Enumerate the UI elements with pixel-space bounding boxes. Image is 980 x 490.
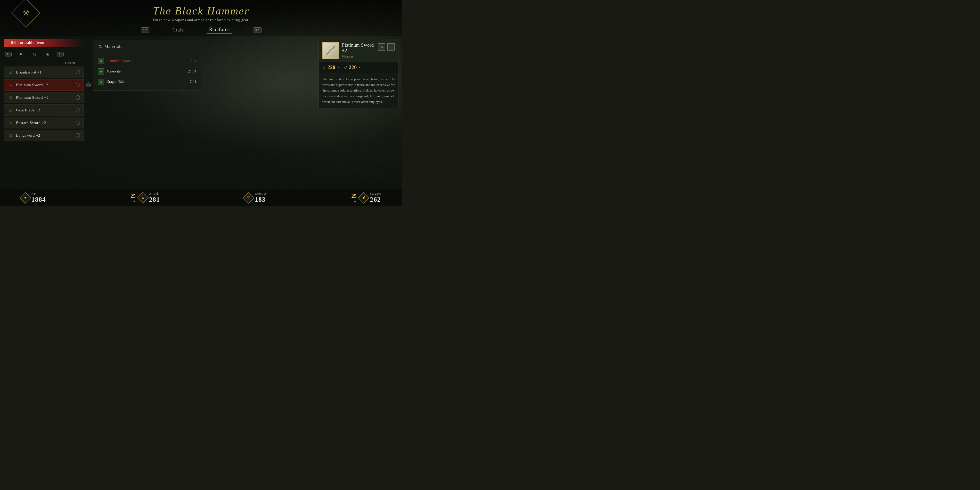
divider (309, 192, 309, 203)
attack-stat: ⚔ 220 ▲ (322, 64, 340, 70)
materials-title: Materials (105, 45, 122, 49)
material-count: 24 / 4 (188, 69, 196, 73)
hp-values: HP 1884 (32, 192, 46, 204)
r1-button[interactable]: R1 (57, 52, 64, 56)
magic-value: 220 (349, 64, 357, 70)
list-item[interactable]: ⚔ Platinum Sword +2 ☞ R (4, 79, 84, 91)
material-row: ⚔ Platinum Sword +1 0 / 1 (98, 56, 196, 66)
divider (88, 192, 88, 203)
attack-icon: ⚔ (141, 196, 145, 200)
nav-tabs: L2 Craft Reinforce R2 (0, 26, 402, 36)
owned-indicator (76, 133, 80, 137)
category-rings[interactable]: ◎ (30, 50, 38, 58)
material-row: ◈ Meteorite 24 / 4 (98, 66, 196, 76)
page-title: The Black Hammer (0, 5, 402, 17)
item-name: Gaia Blade +2 (16, 108, 73, 113)
item-name: Platinum Sword +2 (16, 83, 73, 87)
item-icon: ⚔ (8, 132, 13, 138)
main-content: › Reinforceable Items L1 ⚔ ◎ ◈ R1 Owned … (0, 36, 402, 206)
attack-bonus: 25 (130, 193, 136, 199)
attack-diamond: ⚔ (137, 192, 148, 204)
tab-reinforce[interactable]: Reinforce (207, 26, 232, 34)
stats-row: ⚔ 220 ▲ ↺ 220 ▲ (319, 62, 398, 73)
item-list: ⚔ Broadsword +1 ⚔ Platinum Sword +2 ☞ R … (4, 67, 84, 141)
item-name: Platinum Sword +1 (16, 95, 73, 100)
item-name: Bastard Sword +2 (16, 121, 73, 125)
attack-up-icon: ▲ (337, 65, 340, 69)
detail-header: Platinum Sword +2 Weapon ⚔ □ (319, 39, 398, 62)
category-armor[interactable]: ◈ (44, 50, 52, 58)
header: The Black Hammer Forge new weapons and a… (0, 0, 402, 36)
material-left: ⚔ Platinum Sword +1 (98, 58, 135, 64)
item-name: Broadsword +1 (16, 70, 73, 75)
material-left: ◈ Meteorite (98, 68, 121, 75)
svg-line-1 (334, 45, 335, 46)
magic-up-icon: ▲ (358, 65, 361, 69)
magic-icon: ↺ (344, 65, 347, 70)
category-row: L1 ⚔ ◎ ◈ R1 (4, 50, 84, 58)
owned-indicator (76, 121, 80, 125)
stagger-value: 262 (370, 196, 381, 204)
list-item[interactable]: ⚔ Bastard Sword +2 (4, 117, 84, 129)
stagger-bonus-area: 25 ▲ (351, 193, 356, 202)
page-subtitle: Forge new weapons and armor or reinforce… (0, 18, 402, 22)
stagger-diamond: ⚡ (358, 192, 369, 204)
hp-stat-block: ♥ HP 1884 (21, 192, 46, 204)
attack-up-icon: ▲ (133, 199, 136, 202)
status-bar: ♥ HP 1884 25 ▲ ⚔ Attack 281 🛡 Defense 18… (0, 189, 402, 206)
material-name: Meteorite (107, 69, 121, 73)
material-icon: ◈ (98, 68, 104, 75)
materials-header: ⚗ Materials (98, 44, 196, 52)
item-icon: ⚔ (8, 95, 13, 100)
list-item[interactable]: ⚔ Gaia Blade +2 (4, 105, 84, 116)
attack-label: Attack (149, 192, 160, 196)
defense-values: Defense 183 (255, 192, 267, 204)
item-icon: ⚔ (8, 107, 13, 113)
material-left: ◇ Dragon Talon (98, 79, 126, 85)
left-panel: › Reinforceable Items L1 ⚔ ◎ ◈ R1 Owned … (0, 36, 88, 206)
owned-indicator (76, 83, 80, 87)
stagger-stat-block: 25 ▲ ⚡ Stagger 262 (351, 192, 381, 204)
detail-card: Platinum Sword +2 Weapon ⚔ □ ⚔ 220 ▲ ↺ 2… (318, 39, 398, 108)
l1-button[interactable]: L1 (5, 52, 12, 56)
forge-logo-diamond (11, 0, 40, 28)
detail-item-name: Platinum Sword +2 (342, 43, 375, 53)
material-count: 7 / 1 (190, 80, 196, 84)
attack-value: 220 (328, 64, 335, 70)
right-panel: Platinum Sword +2 Weapon ⚔ □ ⚔ 220 ▲ ↺ 2… (315, 36, 402, 206)
stagger-label: Stagger (370, 192, 381, 196)
owned-indicator (76, 95, 80, 100)
defense-diamond: 🛡 (243, 192, 254, 204)
material-name: Platinum Sword +1 (107, 59, 135, 63)
category-weapons[interactable]: ⚔ (17, 50, 25, 58)
list-item[interactable]: ⚔ Broadsword +1 (4, 67, 84, 78)
attack-values: Attack 281 (149, 192, 160, 204)
center-panel: ⚗ Materials ⚔ Platinum Sword +1 0 / 1 ◈ … (88, 36, 315, 206)
stagger-up-icon: ▲ (354, 199, 357, 202)
item-description: Platinum makes for a poor blade, being t… (319, 73, 398, 108)
materials-icon: ⚗ (98, 44, 102, 49)
owned-label: Owned (4, 61, 84, 65)
detail-item-type: Weapon (342, 54, 375, 59)
hp-diamond: ♥ (19, 192, 31, 204)
r2-button[interactable]: R2 (253, 27, 261, 32)
defense-stat-block: 🛡 Defense 183 (245, 192, 267, 204)
attack-bonus-area: 25 ▲ (130, 193, 136, 202)
hp-value: 1884 (32, 196, 46, 204)
owned-indicator (76, 108, 80, 112)
item-image (322, 42, 339, 59)
hp-icon: ♥ (24, 196, 26, 200)
list-item[interactable]: ⚔ Platinum Sword +1 (4, 92, 84, 103)
equip-button[interactable]: ⚔ (378, 43, 385, 51)
l2-button[interactable]: L2 (141, 27, 149, 32)
materials-box: ⚗ Materials ⚔ Platinum Sword +1 0 / 1 ◈ … (93, 40, 201, 91)
attack-value: 281 (149, 196, 160, 204)
owned-indicator (76, 70, 80, 74)
attack-icon: ⚔ (322, 65, 326, 70)
detail-info: Platinum Sword +2 Weapon (342, 43, 375, 59)
info-button[interactable]: □ (387, 43, 395, 51)
list-item[interactable]: ⚔ Longsword +2 (4, 130, 84, 141)
tab-craft[interactable]: Craft (170, 26, 186, 34)
banner-arrow-icon: › (8, 41, 9, 45)
defense-icon: 🛡 (247, 196, 250, 200)
